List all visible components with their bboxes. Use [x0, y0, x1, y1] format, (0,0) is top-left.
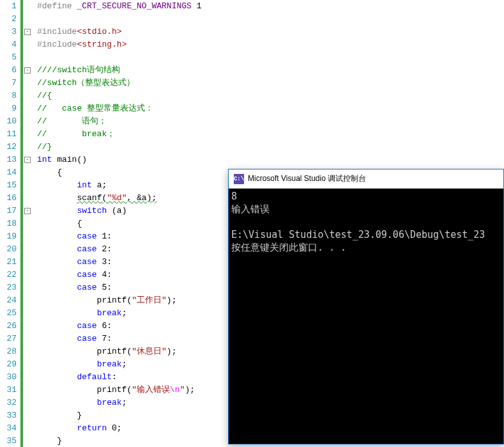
fold-toggle-icon[interactable]: - [24, 157, 31, 163]
line-number: 21 [0, 256, 19, 269]
line-number: 14 [0, 166, 19, 179]
code-line: //switch（整型表达式） [37, 77, 504, 90]
line-number: 33 [0, 409, 19, 422]
console-icon: C:\ [234, 174, 244, 184]
fold-toggle-icon[interactable]: - [24, 208, 31, 214]
debug-console-window[interactable]: C:\ Microsoft Visual Studio 调试控制台 8 输入错误… [228, 169, 504, 444]
line-number: 26 [0, 320, 19, 333]
line-number: 20 [0, 243, 19, 256]
line-number: 31 [0, 384, 19, 396]
code-line: // break； [37, 128, 504, 141]
code-line: ////switch语句结构 [37, 64, 504, 77]
fold-toggle-icon[interactable]: - [24, 67, 31, 74]
line-number: 12 [0, 141, 19, 153]
console-title: Microsoft Visual Studio 调试控制台 [248, 173, 366, 184]
line-number: 25 [0, 307, 19, 320]
code-line: //{ [37, 90, 504, 102]
line-number: 3 [0, 26, 19, 38]
line-number: 32 [0, 396, 19, 409]
line-number: 10 [0, 115, 19, 128]
console-output[interactable]: 8 输入错误 E:\Visual Studio\test_23.09.06\De… [229, 189, 503, 444]
line-number: 6 [0, 64, 19, 77]
line-number: 35 [0, 435, 19, 447]
line-number: 30 [0, 371, 19, 384]
code-line: #include<stdio.h> [37, 26, 504, 38]
line-number: 13 [0, 153, 19, 166]
code-line: //} [37, 141, 504, 153]
line-number: 28 [0, 345, 19, 358]
code-line: #define _CRT_SECURE_NO_WARNINGS 1 [37, 0, 504, 13]
code-line: // case 整型常量表达式： [37, 102, 504, 115]
line-number: 8 [0, 90, 19, 102]
line-number: 23 [0, 281, 19, 294]
fold-marker-column: - - - - [20, 0, 32, 447]
code-line: #include<string.h> [37, 38, 504, 51]
code-line: int main() [37, 153, 504, 166]
code-line [37, 13, 504, 26]
code-line: // 语句； [37, 115, 504, 128]
line-number: 5 [0, 51, 19, 64]
line-number: 4 [0, 38, 19, 51]
console-titlebar[interactable]: C:\ Microsoft Visual Studio 调试控制台 [229, 169, 503, 189]
line-number: 1 [0, 0, 19, 13]
line-number: 16 [0, 192, 19, 205]
line-number: 11 [0, 128, 19, 141]
line-number: 18 [0, 217, 19, 230]
line-number: 7 [0, 77, 19, 90]
line-number: 24 [0, 294, 19, 307]
line-number: 2 [0, 13, 19, 26]
line-number: 15 [0, 179, 19, 192]
fold-toggle-icon[interactable]: - [24, 29, 31, 35]
line-number: 9 [0, 102, 19, 115]
code-line [37, 51, 504, 64]
line-number: 17 [0, 205, 19, 217]
line-number: 29 [0, 358, 19, 371]
line-number: 19 [0, 230, 19, 243]
line-number-gutter: 1 2 3 4 5 6 7 8 9 10 11 12 13 14 15 16 1… [0, 0, 20, 447]
line-number: 34 [0, 422, 19, 435]
line-number: 22 [0, 269, 19, 281]
line-number: 27 [0, 333, 19, 345]
